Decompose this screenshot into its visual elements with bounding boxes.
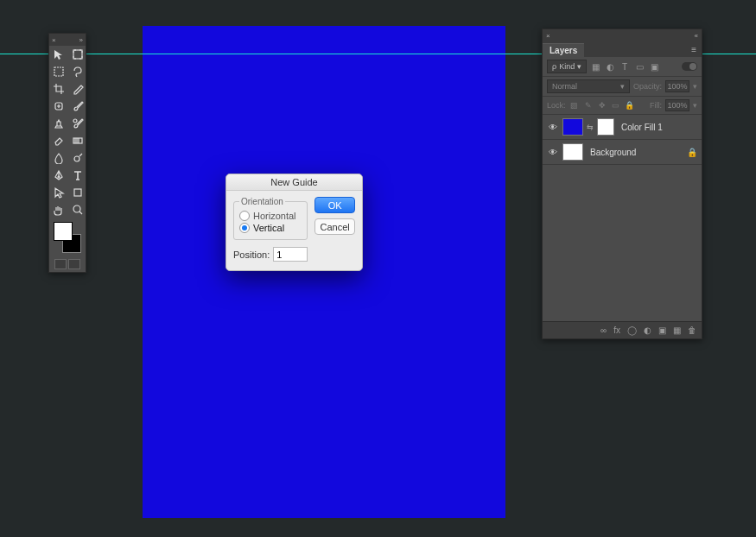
mask-link-icon[interactable]: ⇆	[587, 123, 594, 131]
layer-name[interactable]: Background	[590, 148, 636, 157]
link-layers-icon[interactable]: ∞	[600, 325, 607, 335]
orientation-legend: Orientation	[239, 197, 285, 206]
brush-tool[interactable]	[68, 98, 87, 115]
orientation-horizontal-radio[interactable]: Horizontal	[239, 210, 302, 222]
eraser-tool[interactable]	[49, 132, 68, 149]
layer-fx-icon[interactable]: fx	[613, 325, 620, 335]
cancel-button[interactable]: Cancel	[314, 218, 355, 235]
panel-collapse-icon[interactable]: «	[695, 32, 698, 40]
visibility-toggle-icon[interactable]: 👁	[547, 148, 559, 157]
new-layer-icon[interactable]: ▦	[673, 325, 681, 335]
filter-type-icon[interactable]: T	[619, 60, 631, 73]
filter-shape-icon[interactable]: ▭	[633, 60, 645, 73]
lock-all-icon[interactable]: 🔒	[625, 100, 635, 111]
panel-close-icon[interactable]: ×	[546, 32, 550, 40]
filter-toggle[interactable]	[682, 62, 697, 71]
radio-icon	[239, 211, 250, 221]
dodge-tool[interactable]	[68, 149, 87, 167]
artboard-tool[interactable]	[68, 46, 87, 63]
svg-rect-0	[73, 50, 82, 59]
position-label: Position:	[233, 250, 270, 260]
history-brush-tool[interactable]	[68, 115, 87, 132]
dialog-title: New Guide	[226, 174, 362, 191]
layers-footer: ∞ fx ◯ ◐ ▣ ▦ 🗑	[543, 321, 702, 338]
layer-thumbnail[interactable]	[562, 118, 583, 136]
lock-artboard-icon[interactable]: ▭	[611, 100, 621, 111]
eyedropper-tool[interactable]	[68, 80, 87, 98]
marquee-tool[interactable]	[49, 63, 68, 80]
lasso-tool[interactable]	[68, 63, 87, 80]
fill-field[interactable]: 100%	[665, 99, 689, 111]
foreground-color-swatch[interactable]	[54, 222, 73, 241]
panel-menu-icon[interactable]: ≡	[686, 43, 702, 57]
layer-mask-thumbnail[interactable]	[597, 118, 614, 136]
layer-name[interactable]: Color Fill 1	[621, 123, 663, 132]
opacity-label: Opacity:	[633, 82, 662, 91]
gradient-tool[interactable]	[68, 132, 87, 149]
svg-point-8	[73, 205, 80, 212]
svg-point-5	[74, 156, 79, 161]
tools-panel-header[interactable]: × »	[49, 34, 86, 46]
layer-row[interactable]: 👁 ⇆ Color Fill 1	[543, 115, 702, 140]
type-tool[interactable]	[68, 167, 87, 184]
layer-thumbnail[interactable]	[562, 143, 583, 161]
path-selection-tool[interactable]	[49, 184, 68, 201]
new-group-icon[interactable]: ▣	[658, 325, 666, 335]
hand-tool[interactable]	[49, 201, 68, 218]
fill-label: Fill:	[650, 101, 662, 110]
lock-position-icon[interactable]: ✥	[597, 100, 607, 111]
panel-close-icon[interactable]: ×	[52, 36, 56, 44]
fill-dropdown-icon[interactable]: ▾	[693, 101, 697, 110]
layer-row[interactable]: 👁 Background 🔒	[543, 140, 702, 165]
layers-tab[interactable]: Layers	[543, 43, 584, 57]
screen-mode-toggle[interactable]	[68, 259, 80, 269]
add-mask-icon[interactable]: ◯	[627, 325, 637, 335]
color-swatches[interactable]	[52, 220, 83, 255]
healing-brush-tool[interactable]	[49, 98, 68, 115]
filter-adjust-icon[interactable]: ◐	[604, 60, 616, 73]
shape-tool[interactable]	[68, 184, 87, 201]
radio-icon	[239, 223, 250, 233]
layers-panel: × « Layers ≡ ρKind▾ ▦ ◐ T ▭ ▣ Normal▾ Op…	[542, 28, 702, 339]
opacity-dropdown-icon[interactable]: ▾	[693, 82, 697, 91]
svg-point-3	[73, 119, 77, 123]
tools-panel: × »	[48, 33, 86, 273]
pen-tool[interactable]	[49, 167, 68, 184]
clone-stamp-tool[interactable]	[49, 115, 68, 132]
filter-kind-select[interactable]: ρKind▾	[547, 60, 587, 73]
lock-label: Lock:	[547, 101, 566, 110]
crop-tool[interactable]	[49, 80, 68, 98]
radio-label: Horizontal	[253, 211, 296, 221]
quick-mask-toggle[interactable]	[54, 259, 67, 269]
ok-button[interactable]: OK	[314, 197, 355, 213]
blur-tool[interactable]	[49, 149, 68, 167]
zoom-tool[interactable]	[68, 201, 87, 218]
adjustment-layer-icon[interactable]: ◐	[644, 325, 651, 335]
blend-mode-select[interactable]: Normal▾	[547, 79, 630, 93]
lock-transparency-icon[interactable]: ▨	[569, 100, 580, 111]
radio-label: Vertical	[253, 223, 284, 233]
lock-pixels-icon[interactable]: ✎	[583, 100, 594, 111]
orientation-fieldset: Orientation Horizontal Vertical	[233, 197, 308, 240]
layers-list: 👁 ⇆ Color Fill 1 👁 Background 🔒	[543, 115, 702, 321]
position-input[interactable]	[273, 247, 308, 262]
layers-panel-header[interactable]: × «	[543, 29, 702, 41]
new-guide-dialog: New Guide Orientation Horizontal Vertica…	[226, 174, 363, 271]
lock-icon: 🔒	[687, 148, 697, 157]
svg-rect-7	[74, 189, 81, 196]
document-canvas[interactable]	[143, 26, 505, 518]
orientation-vertical-radio[interactable]: Vertical	[239, 222, 302, 234]
opacity-field[interactable]: 100%	[665, 80, 689, 92]
visibility-toggle-icon[interactable]: 👁	[547, 123, 559, 132]
svg-rect-1	[54, 67, 63, 76]
panel-expand-icon[interactable]: »	[79, 36, 83, 44]
delete-layer-icon[interactable]: 🗑	[688, 325, 696, 335]
move-tool[interactable]	[49, 46, 68, 63]
filter-pixel-icon[interactable]: ▦	[589, 60, 601, 73]
layer-filter-row: ρKind▾ ▦ ◐ T ▭ ▣	[543, 57, 702, 77]
filter-smart-icon[interactable]: ▣	[648, 60, 660, 73]
